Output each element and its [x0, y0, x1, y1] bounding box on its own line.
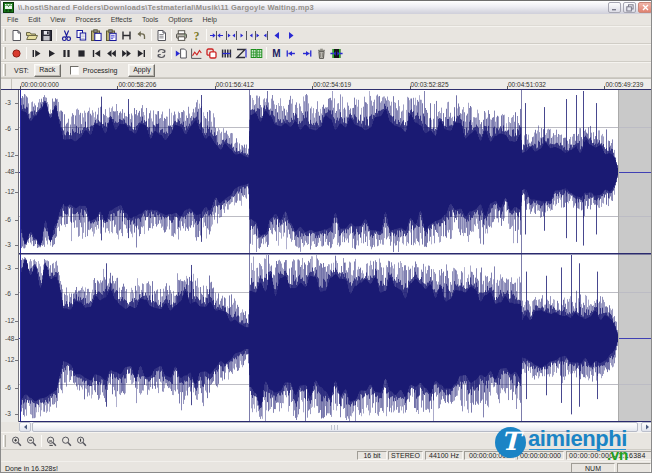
vst-label: VST: — [14, 67, 29, 74]
time-ruler-label: 00:00:00:000 — [21, 81, 59, 88]
new-file-button[interactable] — [9, 27, 24, 43]
zoom-selection-mag-button[interactable] — [44, 433, 59, 449]
zoom-in-h-button[interactable] — [224, 27, 239, 43]
menu-tools[interactable]: Tools — [137, 16, 163, 23]
paste-special-button[interactable] — [104, 27, 119, 43]
zoom-all-h-button[interactable] — [254, 27, 269, 43]
window-buttons — [608, 2, 652, 13]
marker-selection-icon — [330, 47, 343, 60]
print-button[interactable] — [174, 27, 189, 43]
play-file-icon — [175, 47, 188, 60]
title-bar[interactable]: \\.host\Shared Folders\Downloads\Testmat… — [1, 0, 652, 14]
toolbar-separator — [26, 47, 27, 59]
batch-doc-button[interactable] — [154, 27, 169, 43]
toolbar-grip[interactable] — [3, 29, 6, 41]
statistics-button[interactable] — [189, 45, 204, 61]
toolbar-separator — [56, 29, 57, 41]
db-scale-tick — [15, 245, 18, 246]
play-file-button[interactable] — [174, 45, 189, 61]
envelope-button[interactable] — [234, 45, 249, 61]
scroll-left-icon — [271, 29, 282, 42]
channel-bars-button[interactable] — [219, 45, 234, 61]
record-button[interactable] — [9, 45, 24, 61]
menu-edit[interactable]: Edit — [23, 16, 45, 23]
loop-button[interactable] — [154, 45, 169, 61]
scroll-right-button[interactable] — [284, 27, 299, 43]
db-scale-tick — [15, 321, 18, 322]
zoom-all-mag-button[interactable] — [59, 433, 74, 449]
menu-view[interactable]: View — [45, 16, 70, 23]
prev-marker-button[interactable] — [284, 45, 299, 61]
menu-effects[interactable]: Effects — [106, 16, 137, 23]
menu-options[interactable]: Options — [163, 16, 197, 23]
close-button[interactable] — [638, 2, 652, 13]
scrollbar-grip — [331, 425, 340, 430]
print-icon — [175, 29, 188, 42]
scrollbar-right-arrow[interactable] — [641, 422, 652, 432]
pause-icon — [60, 47, 73, 60]
go-start-button[interactable] — [89, 45, 104, 61]
mix-button[interactable] — [119, 27, 134, 43]
vst-apply-button[interactable]: Apply — [128, 64, 155, 77]
marker-m-button[interactable]: M — [269, 45, 284, 61]
repeat-button[interactable] — [204, 45, 219, 61]
play-button[interactable] — [44, 45, 59, 61]
copy-button[interactable] — [74, 27, 89, 43]
open-folder-button[interactable] — [24, 27, 39, 43]
zoom-in-button[interactable] — [9, 433, 24, 449]
undo-button[interactable] — [134, 27, 149, 43]
rewind-button[interactable] — [104, 45, 119, 61]
db-scale-label: -12 — [5, 189, 14, 195]
stop-button[interactable] — [74, 45, 89, 61]
zoom-out-button[interactable] — [24, 433, 39, 449]
time-ruler-label: 00:05:49:239 — [605, 81, 643, 88]
go-end-button[interactable] — [134, 45, 149, 61]
cut-button[interactable] — [59, 27, 74, 43]
zoom-out-h-button[interactable] — [239, 27, 254, 43]
scroll-right-icon — [286, 29, 297, 42]
delete-marker-button[interactable] — [314, 45, 329, 61]
toolbar-separator — [171, 29, 172, 41]
help-icon: ? — [190, 29, 203, 42]
scrollbar-thumb[interactable] — [32, 422, 638, 432]
play-cursor-button[interactable] — [29, 45, 44, 61]
horizontal-scrollbar[interactable] — [19, 422, 652, 432]
pause-icon — [60, 47, 73, 60]
zoom-selection-button[interactable] — [209, 27, 224, 43]
app-icon — [3, 2, 14, 13]
scrollbar-left-arrow — [23, 424, 28, 430]
zoom-vertical-mag-button[interactable] — [74, 433, 89, 449]
save-button[interactable] — [39, 27, 54, 43]
batch-doc-icon — [155, 29, 168, 42]
forward-button[interactable] — [119, 45, 134, 61]
db-ruler: -3-6-12-48-12-6-3-3-6-12-48-12-6-3 — [1, 90, 19, 422]
marker-selection-button[interactable] — [329, 45, 344, 61]
minimize-button[interactable] — [608, 2, 621, 13]
status-pane: 00:00:00:000 — [517, 451, 564, 460]
zoom-all-mag-icon — [60, 435, 73, 448]
toolbar-grip[interactable] — [3, 47, 6, 59]
vst-rack-button[interactable]: Rack — [34, 64, 61, 77]
resample-table-icon — [250, 47, 263, 60]
scrollbar-left-arrow[interactable] — [19, 422, 31, 432]
pause-button[interactable] — [59, 45, 74, 61]
paste-icon — [90, 29, 103, 42]
help-button[interactable]: ? — [189, 27, 204, 43]
db-scale-tick — [15, 339, 18, 340]
processing-checkbox[interactable] — [70, 66, 79, 75]
menu-process[interactable]: Process — [70, 16, 105, 23]
toolbar-grip[interactable] — [3, 435, 6, 447]
scroll-left-button[interactable] — [269, 27, 284, 43]
minimize-button — [611, 4, 618, 11]
paste-special-icon — [105, 29, 118, 42]
resample-table-button[interactable] — [249, 45, 264, 61]
toolbar-grip[interactable] — [3, 64, 6, 76]
next-marker-button[interactable] — [299, 45, 314, 61]
paste-button[interactable] — [89, 27, 104, 43]
waveform-display[interactable] — [19, 90, 652, 422]
time-ruler[interactable]: 00:00:00:00000:00:58:20600:01:56:41200:0… — [1, 78, 652, 90]
menu-file[interactable]: File — [1, 16, 23, 23]
db-scale-label: -12 — [5, 357, 14, 363]
menu-help[interactable]: Help — [197, 16, 221, 23]
restore-button[interactable] — [623, 2, 636, 13]
